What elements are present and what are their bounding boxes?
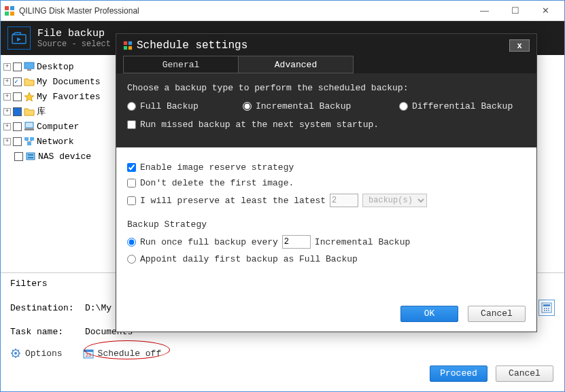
app-logo-icon: [4, 5, 15, 16]
checkbox-icon[interactable]: [13, 92, 22, 101]
checkbox-icon[interactable]: [13, 122, 22, 131]
expand-icon[interactable]: +: [3, 63, 11, 71]
schedule-label: Schedule off: [98, 349, 162, 359]
checkbox-enable-reserve[interactable]: Enable image reserve strategy: [127, 162, 294, 173]
expand-icon[interactable]: +: [3, 123, 11, 130]
svg-rect-1: [10, 6, 14, 10]
svg-point-17: [544, 308, 545, 309]
minimize-button[interactable]: —: [469, 1, 500, 20]
svg-point-22: [548, 310, 549, 311]
checkbox-icon[interactable]: [13, 137, 22, 146]
strategy-suffix: Incremental Backup: [315, 237, 410, 247]
tree-item-label: 库: [37, 105, 46, 118]
checkbox-icon[interactable]: [13, 107, 22, 116]
preserve-unit-select[interactable]: backup(s): [362, 194, 427, 207]
expand-icon[interactable]: +: [3, 138, 11, 145]
radio-differential-backup[interactable]: Differential Backup: [399, 101, 513, 111]
svg-rect-2: [5, 12, 9, 16]
folder-icon: [24, 77, 35, 86]
expand-icon[interactable]: +: [3, 78, 11, 86]
svg-rect-13: [28, 154, 33, 156]
tree-item[interactable]: +Desktop: [3, 59, 113, 74]
svg-rect-7: [25, 122, 33, 128]
dialog-close-button[interactable]: x: [509, 39, 530, 52]
svg-rect-30: [124, 46, 127, 50]
tree-item-label: Desktop: [37, 62, 74, 72]
titlebar: QILING Disk Master Professional — ☐ ✕: [1, 1, 564, 21]
tree-item-label: NAS device: [38, 152, 91, 162]
checkbox-run-missed[interactable]: Run missed backup at the next system sta…: [127, 120, 379, 130]
svg-rect-10: [30, 137, 34, 141]
radio-strategy-run-every[interactable]: Run once full backup every: [127, 237, 278, 247]
folder-icon: [24, 107, 35, 116]
window-title: QILING Disk Master Professional: [19, 6, 469, 16]
taskname-label: Task name:: [10, 327, 85, 337]
svg-rect-16: [543, 304, 550, 306]
desktop-icon: [24, 62, 35, 71]
radio-incremental-backup[interactable]: Incremental Backup: [243, 101, 392, 111]
backup-type-prompt: Choose a backup type to perform the sche…: [127, 83, 526, 93]
svg-text:23: 23: [86, 353, 91, 357]
svg-rect-5: [24, 63, 34, 69]
svg-rect-3: [10, 12, 14, 16]
svg-rect-28: [124, 41, 127, 45]
options-label: Options: [25, 349, 63, 359]
tree-item[interactable]: +库: [3, 104, 113, 119]
dialog-cancel-button[interactable]: Cancel: [468, 306, 526, 322]
calculator-icon[interactable]: [538, 300, 555, 316]
svg-rect-9: [24, 137, 29, 141]
svg-rect-12: [27, 153, 35, 160]
expand-icon[interactable]: +: [3, 93, 11, 101]
svg-rect-11: [27, 142, 31, 145]
tree-item-label: Computer: [37, 122, 79, 132]
computer-icon: [24, 122, 35, 131]
tab-general[interactable]: General: [123, 56, 239, 73]
file-backup-icon: [7, 26, 31, 50]
tree-item-label: Network: [37, 137, 74, 147]
svg-point-20: [544, 310, 545, 311]
tree-item-label: My Documents: [37, 77, 101, 87]
options-link[interactable]: Options: [10, 348, 63, 359]
network-icon: [24, 137, 35, 146]
schedule-settings-dialog: Schedule settings x General Advanced Cho…: [116, 33, 537, 332]
destination-label: Destination:: [10, 303, 85, 313]
proceed-button[interactable]: Proceed: [430, 366, 487, 382]
dialog-title: Schedule settings: [137, 39, 509, 52]
tree-item[interactable]: +Network: [3, 134, 113, 149]
close-button[interactable]: ✕: [530, 1, 561, 20]
preserve-count-input[interactable]: [330, 194, 358, 207]
schedule-link[interactable]: 23 Schedule off: [83, 348, 162, 359]
svg-rect-31: [129, 46, 132, 50]
tree-item[interactable]: NAS device: [3, 149, 113, 164]
maximize-button[interactable]: ☐: [500, 1, 530, 20]
svg-point-19: [548, 308, 549, 309]
dialog-ok-button[interactable]: OK: [400, 306, 458, 322]
strategy-count-input[interactable]: [282, 235, 311, 249]
svg-rect-29: [129, 41, 132, 45]
tree-item[interactable]: +My Favorites: [3, 89, 113, 104]
gear-icon: [10, 348, 21, 359]
svg-rect-26: [84, 350, 93, 352]
tab-advanced[interactable]: Advanced: [238, 56, 354, 73]
checkbox-icon[interactable]: [13, 77, 22, 86]
svg-point-21: [546, 310, 547, 311]
star-icon: [24, 92, 35, 101]
tree-item-label: My Favorites: [37, 92, 101, 102]
source-tree[interactable]: +Desktop+My Documents+My Favorites+库+Com…: [1, 55, 116, 272]
tree-item[interactable]: +Computer: [3, 119, 113, 134]
page-title: File backup: [37, 28, 111, 39]
radio-full-backup[interactable]: Full Backup: [127, 101, 236, 111]
page-subtitle: Source - select: [37, 39, 111, 49]
backup-strategy-label: Backup Strategy: [127, 219, 526, 230]
expand-icon[interactable]: +: [3, 108, 11, 115]
tree-item[interactable]: +My Documents: [3, 74, 113, 89]
radio-strategy-daily-first[interactable]: Appoint daily first backup as Full Backu…: [127, 254, 358, 264]
checkbox-icon[interactable]: [14, 152, 23, 161]
cancel-button[interactable]: Cancel: [496, 366, 553, 382]
checkbox-preserve-latest[interactable]: I will preserve at least the latest: [127, 196, 326, 206]
checkbox-dont-delete-first[interactable]: Don't delete the first image.: [127, 178, 294, 188]
svg-rect-6: [27, 69, 31, 71]
nas-icon: [25, 152, 36, 161]
checkbox-icon[interactable]: [13, 63, 22, 71]
svg-point-18: [546, 308, 547, 309]
